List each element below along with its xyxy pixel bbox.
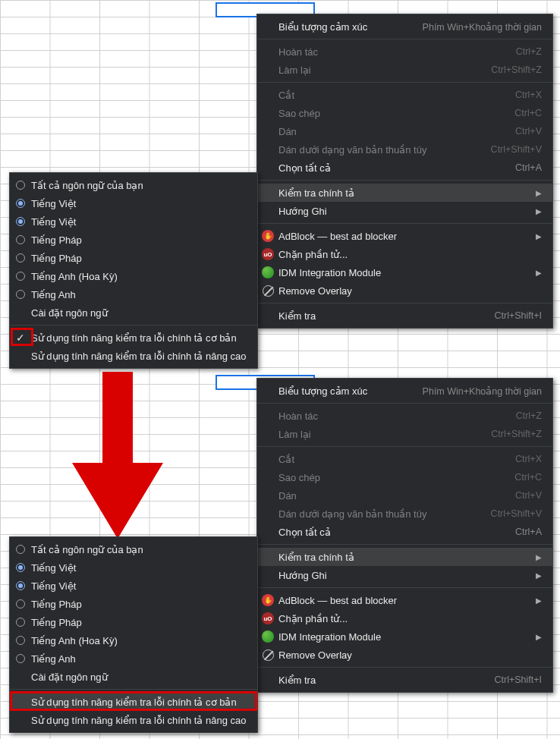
lang-fr-2[interactable]: Tiếng Pháp: [10, 613, 257, 631]
menu-paste[interactable]: Dán Ctrl+V: [257, 122, 552, 140]
menu-paste[interactable]: Dán Ctrl+V: [257, 486, 552, 505]
radio-icon: [16, 654, 25, 663]
menu-copy[interactable]: Sao chép Ctrl+C: [257, 104, 552, 122]
menu-emoji[interactable]: Biểu tượng cảm xúc Phím Win+Khoảng thời …: [257, 382, 552, 400]
radio-icon: [16, 618, 25, 627]
lang-en[interactable]: Tiếng Anh: [10, 285, 257, 303]
spellcheck-submenu-bottom: Tất cả ngôn ngữ của bạn Tiếng Việt Tiếng…: [9, 536, 258, 733]
idm-icon: [262, 631, 274, 643]
lang-viet-2[interactable]: Tiếng Việt: [10, 212, 257, 231]
radio-icon: [16, 636, 25, 645]
chevron-right-icon: ▶: [536, 633, 542, 641]
menu-remove-overlay[interactable]: Remove Overlay: [257, 281, 552, 300]
radio-icon: [16, 181, 25, 190]
menu-inspect[interactable]: Kiểm tra Ctrl+Shift+I: [257, 307, 552, 325]
menu-copy[interactable]: Sao chép Ctrl+C: [257, 468, 552, 486]
chevron-right-icon: ▶: [536, 553, 542, 561]
menu-paste-plain[interactable]: Dán dưới dạng văn bản thuần túy Ctrl+Shi…: [257, 140, 552, 159]
advanced-spellcheck[interactable]: Sử dụng tính năng kiểm tra lỗi chính tả …: [10, 711, 257, 729]
menu-idm[interactable]: IDM Integration Module ▶: [257, 263, 552, 281]
menu-block-element[interactable]: uО Chặn phần tử...: [257, 609, 552, 627]
menu-remove-overlay[interactable]: Remove Overlay: [257, 646, 552, 664]
menu-label: Biểu tượng cảm xúc: [278, 21, 404, 33]
menu-paste-plain[interactable]: Dán dưới dạng văn bản thuần túy Ctrl+Shi…: [257, 505, 552, 523]
context-menu-top: Biểu tượng cảm xúc Phím Win+Khoảng thời …: [256, 14, 553, 329]
idm-icon: [262, 266, 274, 278]
radio-selected-icon: [16, 563, 25, 572]
lang-fr-1[interactable]: Tiếng Pháp: [10, 231, 257, 249]
radio-selected-icon: [16, 199, 25, 208]
lang-all[interactable]: Tất cả ngôn ngữ của bạn: [10, 540, 257, 558]
remove-overlay-icon: [263, 285, 274, 297]
menu-select-all[interactable]: Chọn tất cả Ctrl+A: [257, 159, 552, 177]
lang-viet-2[interactable]: Tiếng Việt: [10, 577, 257, 595]
menu-separator: [257, 303, 552, 303]
chevron-right-icon: ▶: [536, 571, 542, 580]
menu-spellcheck[interactable]: Kiểm tra chính tả ▶: [257, 184, 552, 202]
menu-redo[interactable]: Làm lại Ctrl+Shift+Z: [257, 425, 552, 443]
menu-separator: [257, 667, 552, 668]
chevron-right-icon: ▶: [536, 269, 542, 277]
chevron-right-icon: ▶: [536, 189, 542, 197]
menu-separator: [257, 403, 552, 404]
ublock-icon: uО: [262, 248, 274, 260]
basic-spellcheck-bottom[interactable]: Sử dụng tính năng kiểm tra lỗi chính tả …: [10, 693, 257, 711]
adblock-icon: ✋: [262, 594, 274, 606]
radio-icon: [16, 272, 25, 281]
menu-writing-direction[interactable]: Hướng Ghi ▶: [257, 202, 552, 220]
menu-undo[interactable]: Hoàn tác Ctrl+Z: [257, 42, 552, 61]
spellcheck-submenu-top: Tất cả ngôn ngữ của bạn Tiếng Việt Tiếng…: [9, 172, 258, 369]
menu-separator: [10, 689, 257, 690]
menu-spellcheck[interactable]: Kiểm tra chính tả ▶: [257, 548, 552, 566]
menu-inspect[interactable]: Kiểm tra Ctrl+Shift+I: [257, 671, 552, 689]
menu-emoji[interactable]: Biểu tượng cảm xúc Phím Win+Khoảng thời …: [257, 17, 552, 36]
menu-undo[interactable]: Hoàn tác Ctrl+Z: [257, 407, 552, 425]
radio-icon: [16, 599, 25, 608]
lang-viet-1[interactable]: Tiếng Việt: [10, 558, 257, 577]
menu-writing-direction[interactable]: Hướng Ghi ▶: [257, 566, 552, 584]
menu-separator: [257, 180, 552, 181]
menu-separator: [257, 544, 552, 545]
menu-separator: [257, 82, 552, 83]
lang-en-us[interactable]: Tiếng Anh (Hoa Kỳ): [10, 631, 257, 649]
chevron-right-icon: ▶: [536, 596, 542, 605]
adblock-icon: ✋: [262, 230, 274, 242]
chevron-right-icon: ▶: [536, 232, 542, 241]
menu-separator: [257, 446, 552, 447]
chevron-right-icon: ▶: [536, 207, 542, 215]
radio-icon: [16, 253, 25, 263]
lang-fr-2[interactable]: Tiếng Pháp: [10, 249, 257, 267]
advanced-spellcheck[interactable]: Sử dụng tính năng kiểm tra lỗi chính tả …: [10, 347, 257, 365]
radio-icon: [16, 290, 25, 299]
lang-fr-1[interactable]: Tiếng Pháp: [10, 595, 257, 613]
lang-viet-1[interactable]: Tiếng Việt: [10, 194, 257, 212]
menu-idm[interactable]: IDM Integration Module ▶: [257, 627, 552, 646]
lang-en-us[interactable]: Tiếng Anh (Hoa Kỳ): [10, 267, 257, 285]
context-menu-bottom: Biểu tượng cảm xúc Phím Win+Khoảng thời …: [256, 378, 553, 693]
radio-selected-icon: [16, 217, 25, 226]
radio-icon: [16, 545, 25, 554]
menu-cut[interactable]: Cắt Ctrl+X: [257, 450, 552, 468]
menu-select-all[interactable]: Chọn tất cả Ctrl+A: [257, 523, 552, 541]
menu-cut[interactable]: Cắt Ctrl+X: [257, 86, 552, 104]
lang-all[interactable]: Tất cả ngôn ngữ của bạn: [10, 176, 257, 194]
menu-adblock[interactable]: ✋ AdBlock — best ad blocker ▶: [257, 591, 552, 609]
remove-overlay-icon: [263, 649, 274, 661]
basic-spellcheck-top[interactable]: ✓ Sử dụng tính năng kiểm tra lỗi chính t…: [10, 329, 257, 347]
menu-redo[interactable]: Làm lại Ctrl+Shift+Z: [257, 61, 552, 79]
menu-shortcut: Phím Win+Khoảng thời gian: [423, 21, 542, 33]
lang-settings[interactable]: Cài đặt ngôn ngữ: [10, 303, 257, 322]
radio-icon: [16, 235, 25, 244]
menu-block-element[interactable]: uО Chặn phần tử...: [257, 245, 552, 263]
checkmark-icon: ✓: [16, 332, 25, 344]
menu-adblock[interactable]: ✋ AdBlock — best ad blocker ▶: [257, 227, 552, 245]
menu-separator: [10, 325, 257, 325]
radio-selected-icon: [16, 581, 25, 590]
menu-separator: [257, 223, 552, 224]
menu-separator: [257, 39, 552, 39]
lang-settings[interactable]: Cài đặt ngôn ngữ: [10, 668, 257, 686]
lang-en[interactable]: Tiếng Anh: [10, 649, 257, 668]
ublock-icon: uО: [262, 612, 274, 624]
menu-separator: [257, 587, 552, 588]
